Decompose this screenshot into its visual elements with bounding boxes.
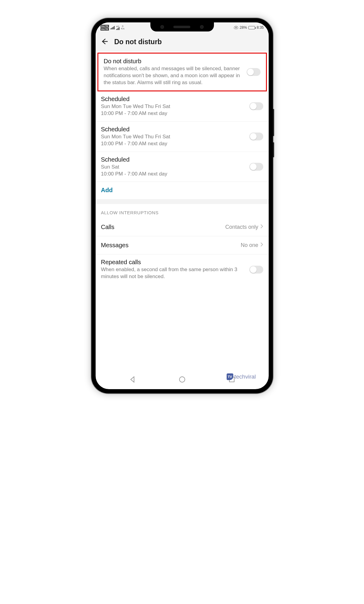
repeated-calls-description: When enabled, a second call from the sam… [101, 266, 245, 280]
repeated-calls-title: Repeated calls [101, 259, 245, 266]
messages-row[interactable]: Messages No one [96, 236, 269, 254]
schedule-title: Scheduled [101, 96, 245, 103]
calls-value: Contacts only [225, 224, 258, 230]
schedule-toggle[interactable] [249, 133, 263, 140]
messages-value: No one [241, 242, 258, 248]
nav-back-icon[interactable] [129, 376, 136, 384]
schedule-days: Sun Sat [101, 164, 245, 171]
add-schedule-button[interactable]: Add [96, 182, 269, 199]
calls-row[interactable]: Calls Contacts only [96, 218, 269, 236]
clock: 8:35 [257, 25, 264, 30]
screen: VoLTE VoLTE 4G 0 K/s 28% 8:35 [96, 22, 269, 389]
repeated-calls-toggle[interactable] [249, 266, 263, 274]
signal-icon [110, 26, 115, 29]
battery-percent: 28% [240, 25, 247, 30]
battery-icon [248, 26, 255, 29]
schedule-days: Sun Mon Tue Wed Thu Fri Sat [101, 133, 245, 140]
content-area: Do not disturb When enabled, calls and m… [96, 51, 269, 371]
dnd-title: Do not disturb [104, 58, 242, 65]
power-button [273, 142, 274, 157]
highlight-box: Do not disturb When enabled, calls and m… [97, 53, 267, 91]
schedule-row[interactable]: Scheduled Sun Mon Tue Wed Thu Fri Sat 10… [96, 122, 269, 152]
dnd-master-row[interactable]: Do not disturb When enabled, calls and m… [98, 54, 266, 90]
phone-frame: VoLTE VoLTE 4G 0 K/s 28% 8:35 [91, 18, 273, 393]
schedule-row[interactable]: Scheduled Sun Mon Tue Wed Thu Fri Sat 10… [96, 91, 269, 122]
data-speed: 0 K/s [121, 25, 125, 30]
dnd-toggle[interactable] [247, 68, 261, 76]
volte-indicator: VoLTE VoLTE [100, 25, 109, 31]
dnd-description: When enabled, calls and messages will be… [104, 65, 242, 86]
app-header: Do not disturb [96, 33, 269, 51]
network-label: 4G [116, 25, 120, 30]
schedule-title: Scheduled [101, 126, 245, 133]
interruptions-header: ALLOW INTERRUPTIONS [96, 204, 269, 218]
volume-button [273, 109, 274, 136]
watermark-text: techviral [234, 373, 256, 380]
page-title: Do not disturb [114, 38, 162, 46]
schedule-row[interactable]: Scheduled Sun Sat 10:00 PM - 7:00 AM nex… [96, 152, 269, 182]
watermark: TV techviral [227, 373, 256, 380]
chevron-right-icon [260, 224, 263, 230]
messages-label: Messages [101, 242, 129, 249]
section-divider [96, 199, 269, 204]
schedule-days: Sun Mon Tue Wed Thu Fri Sat [101, 103, 245, 110]
chevron-right-icon [260, 242, 263, 248]
eye-comfort-icon [234, 26, 238, 29]
schedule-time: 10:00 PM - 7:00 AM next day [101, 140, 245, 147]
schedule-title: Scheduled [101, 156, 245, 163]
repeated-calls-row[interactable]: Repeated calls When enabled, a second ca… [96, 254, 269, 284]
watermark-logo: TV [227, 373, 233, 380]
schedule-time: 10:00 PM - 7:00 AM next day [101, 110, 245, 117]
svg-point-0 [179, 377, 185, 382]
schedule-toggle[interactable] [249, 102, 263, 110]
nav-home-icon[interactable] [179, 376, 186, 384]
schedule-toggle[interactable] [249, 163, 263, 171]
notch [150, 22, 214, 31]
back-arrow-icon[interactable] [100, 38, 108, 47]
schedule-time: 10:00 PM - 7:00 AM next day [101, 171, 245, 178]
calls-label: Calls [101, 224, 114, 231]
